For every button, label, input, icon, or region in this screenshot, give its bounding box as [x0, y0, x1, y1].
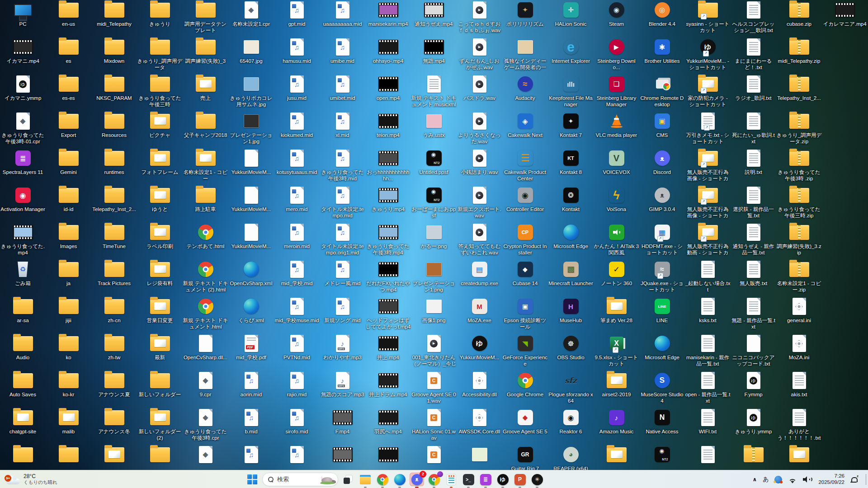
desktop-icon[interactable]: syasinn - ショートカット [685, 0, 731, 36]
desktop-icon[interactable]: Chrome Remote Desktop [639, 74, 685, 110]
desktop-icon[interactable]: manisekarin.mp4 [365, 0, 411, 36]
desktop-icon[interactable]: まにまにわーるど！.txt [731, 37, 776, 73]
desktop-icon[interactable]: Telepathy_Inst_2... [776, 74, 822, 110]
desktop-icon[interactable]: ヘルスコンプレッション__歌詞.txt [731, 0, 776, 36]
desktop-icon[interactable]: きゅうり [137, 0, 183, 36]
desktop-icon[interactable]: 調声練習(失敗)_3.zip [776, 222, 822, 258]
desktop-icon[interactable]: 無人販売不正行為画像 - ショートカッ... [685, 148, 731, 184]
desktop-icon[interactable]: 通知うぜえ.mp4 [411, 0, 457, 36]
desktop-icon[interactable]: ≣SpectraLayers 11 [0, 148, 46, 184]
desktop-icon[interactable]: ❂Kontakt [548, 185, 594, 221]
desktop-icon[interactable]: ϟVoiSona [594, 185, 639, 221]
desktop-icon[interactable]: 小銭詰まり.wav [457, 148, 502, 184]
desktop-icon[interactable]: 名称未設定1 - コピー.zip [776, 259, 822, 296]
desktop-icon[interactable]: ◈Cakewalk Next [502, 111, 548, 147]
desktop-icon[interactable]: ko [46, 333, 91, 370]
desktop-icon[interactable]: Google Chrome [502, 371, 548, 407]
desktop-icon[interactable]: Track Pictures [91, 259, 137, 296]
desktop-icon[interactable]: teion.mp4 [365, 111, 411, 147]
desktop-icon[interactable]: MMoZA.exe [457, 296, 502, 333]
desktop-icon[interactable]: ♫b.mid [228, 408, 274, 444]
desktop-icon[interactable]: ♫xl.mid [320, 111, 365, 147]
desktop-icon[interactable]: ar-sa [0, 296, 46, 333]
desktop-icon[interactable]: 無題.mp4 [411, 37, 457, 73]
desktop-icon[interactable]: X9.5.xlsx - ショートカット [594, 333, 639, 370]
desktop-icon[interactable]: 新しいフォルダー (2) [137, 408, 183, 444]
desktop-icon[interactable]: バスドラ.wav [457, 74, 502, 110]
desktop-icon[interactable]: zh-cn [91, 296, 137, 333]
taskbar-app-chrome2[interactable] [427, 473, 441, 486]
desktop-icon[interactable]: en-us [46, 0, 91, 36]
desktop-icon[interactable]: 答え知っててもむずいわこれ.wav [457, 222, 502, 258]
desktop-icon[interactable]: 名称未設定1 - コピー [183, 148, 228, 184]
desktop-icon[interactable]: プレゼンテーション1.jpg [228, 111, 274, 147]
desktop-icon[interactable]: ヘッドフォンはずしててよかっt.mp4 [365, 296, 411, 333]
taskbar-app-ymm[interactable]: ゆ [495, 473, 510, 486]
desktop-icon[interactable]: かんたん！AITalk 3 関西風 [594, 222, 639, 258]
desktop-icon[interactable]: ıllıKeepforest File Manager [548, 74, 594, 110]
show-desktop-strip[interactable] [866, 474, 866, 485]
desktop-icon[interactable]: zh-tw [91, 333, 137, 370]
desktop-icon[interactable]: CPCrypton Product Installer [502, 222, 548, 258]
desktop-icon[interactable]: ☸OBS Studio [548, 333, 594, 370]
desktop-icon[interactable]: chatgpt-site [0, 408, 46, 444]
desktop-icon[interactable]: ♫きゅうり食ってた午後3時.mid [320, 148, 365, 184]
desktop-icon[interactable]: ◉Controller Editor [502, 185, 548, 221]
taskbar-app-chrome[interactable] [375, 473, 390, 486]
desktop-icon[interactable]: ▦HDDFMT.exe - ショートカット [639, 222, 685, 258]
start-button[interactable] [245, 473, 259, 486]
desktop-icon[interactable]: id-id [46, 185, 91, 221]
desktop-icon[interactable]: midi_Telepathy [91, 0, 137, 36]
desktop-icon[interactable]: 無人販売不正行為動画 - ショートカット [685, 222, 731, 258]
desktop-icon[interactable]: 001_東北きりたん（ノーマル）_今じゃ... [411, 333, 457, 370]
desktop-icon[interactable]: Mixdown [91, 37, 137, 73]
desktop-icon[interactable]: YukkuriMovieM... [228, 148, 274, 184]
desktop-icon[interactable]: manisekarin - 親作品一覧.txt [685, 333, 731, 370]
desktop-icon[interactable]: きゅうり食ってた.mp4 [0, 222, 46, 258]
desktop-icon[interactable]: ♫umibet.mid [320, 74, 365, 110]
desktop-icon[interactable]: ♫rajio.mid [274, 371, 320, 407]
desktop-icon[interactable]: ✦Kontakt 7 [548, 111, 594, 147]
desktop-icon[interactable]: ▤createdump.exe [457, 259, 502, 296]
desktop-icon[interactable]: ラジオ_歌詞.txt [731, 74, 776, 110]
desktop-icon[interactable]: 筆まめ Ver.28 [594, 296, 639, 333]
desktop-icon[interactable]: open - 親作品一覧.txt [685, 371, 731, 407]
notification-bell-icon[interactable]: z [850, 476, 858, 483]
weather-widget[interactable]: 9+ 28°C くもりのち晴れ [4, 472, 60, 487]
desktop-icon[interactable]: ♫mid_学校muse.mid [274, 296, 320, 333]
desktop-icon[interactable]: 調声練習(失敗)_3 [183, 37, 228, 73]
desktop-icon[interactable]: sfzPlogue sforzando x64 [548, 371, 594, 407]
desktop-icon[interactable]: LINELINE [639, 296, 685, 333]
desktop-icon[interactable]: OpenCvSharp.dll... [183, 333, 228, 370]
desktop-icon[interactable]: レジ袋有料 [137, 259, 183, 296]
taskbar-app-notepad[interactable] [444, 473, 458, 486]
desktop-icon[interactable]: 営業日変更 [137, 296, 183, 333]
desktop-icon[interactable]: Gemini [46, 148, 91, 184]
desktop-icon[interactable]: ❏Steinberg Library Manager [594, 74, 639, 110]
taskbar-app-explorer[interactable] [358, 473, 373, 486]
desktop-icon[interactable]: VVOICEVOX [594, 148, 639, 184]
desktop-icon[interactable]: きゅうりボカコレ用サムネ.jpg [228, 74, 274, 110]
desktop-icon[interactable]: ✦ポリリリリズム [502, 0, 548, 36]
desktop-icon[interactable]: Accessibility.dll [457, 371, 502, 407]
desktop-icon[interactable]: アナウンス夏 [91, 371, 137, 407]
desktop-icon[interactable]: くらび.xml [228, 296, 274, 333]
desktop-icon[interactable]: アナウンス冬 [91, 408, 137, 444]
desktop-icon[interactable]: ゆイカマニ.ymmp [0, 74, 46, 110]
desktop-icon[interactable]: Audio [0, 333, 46, 370]
desktop-icon[interactable]: 選択肢 - 親作品一覧.txt [731, 185, 776, 221]
desktop-icon[interactable]: テンポあて.html [183, 222, 228, 258]
desktop-icon[interactable]: ◆きゅうり食ってた午後3時-01.cpr [0, 111, 46, 147]
desktop-icon[interactable]: OpenCvSharp.xml [228, 259, 274, 296]
desktop-icon[interactable]: 路上駐車 [183, 185, 228, 221]
desktop-icon[interactable]: うみ.ustx [411, 111, 457, 147]
desktop-icon[interactable]: eInternet Explorer [548, 37, 594, 73]
desktop-icon[interactable]: おーばーまにあ.ppsf [411, 185, 457, 221]
desktop-icon[interactable]: Microsoft Edge [548, 222, 594, 258]
desktop-icon[interactable]: 65407.jpg [228, 37, 274, 73]
desktop-icon[interactable]: ✱Brother Utilities [639, 37, 685, 73]
desktop-icon[interactable]: 通知うぜえ - 親作品一覧.txt [731, 222, 776, 258]
desktop-icon[interactable]: 調声用データテンプレート [183, 0, 228, 36]
desktop-icon[interactable]: 新規 テキスト ドキュメント.html [183, 296, 228, 333]
desktop-icon[interactable]: ゆYukkuriMovieM... [457, 333, 502, 370]
